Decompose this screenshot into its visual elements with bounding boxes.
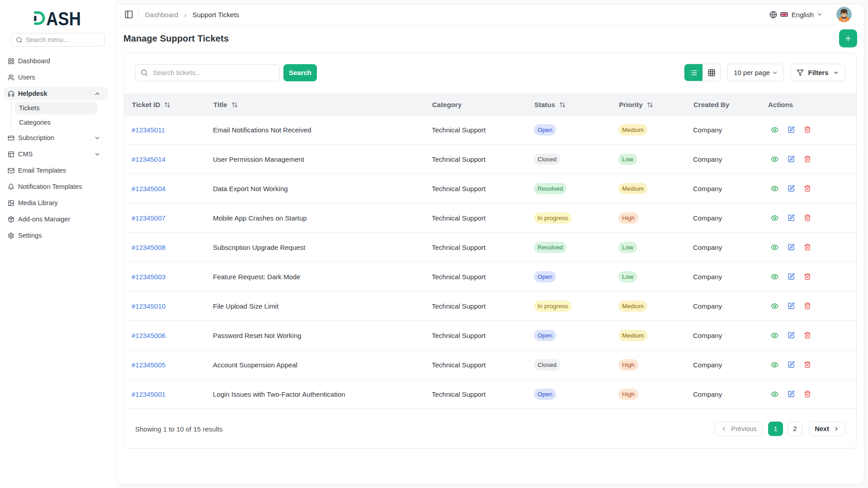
svg-text:ASH: ASH — [46, 10, 81, 26]
